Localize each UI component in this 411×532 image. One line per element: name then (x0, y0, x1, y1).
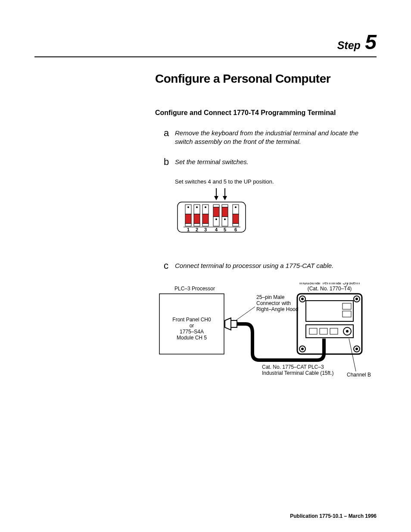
diagram-plc-l2: or (190, 323, 194, 329)
svg-rect-23 (222, 217, 228, 226)
svg-rect-8 (185, 224, 191, 226)
step-b: b Set the terminal switches. (164, 157, 377, 167)
svg-point-6 (187, 206, 189, 208)
step-c: c Connect terminal to processor using a … (164, 261, 377, 271)
diagram-its-l1: Industrial Terminal System (299, 283, 360, 286)
dip-switch-figure: 1 2 3 (175, 188, 377, 246)
dip-label-2: 2 (196, 227, 198, 232)
svg-rect-15 (202, 214, 209, 224)
diagram-cable-l1: Cat. No. 1775–CAT PLC–3 (262, 364, 324, 370)
step-letter-a: a (164, 128, 175, 138)
svg-point-24 (224, 218, 226, 220)
step-number: 5 (365, 31, 377, 53)
page: Step 5 Configure a Personal Computer Con… (0, 0, 411, 532)
svg-rect-44 (309, 328, 317, 334)
cable-diagram: PLC–3 Processor Front Panel CH0 or 1775–… (151, 283, 377, 396)
svg-rect-28 (233, 224, 239, 226)
section-heading: Configure and Connect 1770-T4 Programmin… (155, 109, 377, 117)
svg-point-39 (355, 348, 358, 350)
footer-publication: Publication 1775-10.1 – March 1996 (290, 513, 377, 519)
svg-rect-7 (185, 214, 191, 224)
svg-rect-17 (213, 205, 219, 207)
diagram-plc-l1: Front Panel CH0 (172, 317, 211, 323)
dip-label-5: 5 (224, 227, 226, 232)
step-word: Step (337, 39, 361, 51)
step-a: a Remove the keyboard from the industria… (164, 128, 377, 146)
svg-rect-22 (222, 207, 228, 217)
step-text-c: Connect terminal to processor using a 17… (175, 261, 333, 270)
svg-rect-45 (320, 328, 327, 334)
step-header: Step 5 (34, 30, 377, 57)
svg-marker-1 (214, 196, 218, 200)
svg-rect-41 (342, 303, 351, 309)
svg-rect-25 (233, 205, 239, 214)
svg-rect-11 (194, 214, 200, 224)
diagram-channel-b: Channel B (347, 372, 371, 378)
dip-label-1: 1 (187, 227, 190, 232)
dip-note: Set switches 4 and 5 to the UP position. (175, 178, 377, 185)
main-content: Configure a Personal Computer Configure … (155, 72, 377, 396)
svg-rect-19 (213, 217, 219, 226)
svg-point-33 (301, 298, 304, 300)
page-title: Configure a Personal Computer (155, 72, 377, 86)
svg-point-35 (355, 298, 358, 300)
step-letter-c: c (164, 261, 175, 271)
svg-point-26 (235, 206, 237, 208)
svg-point-48 (346, 330, 349, 333)
diagram-plc-l3: 1775–S4A (180, 329, 204, 335)
svg-rect-9 (194, 205, 200, 214)
diagram-plc-header: PLC–3 Processor (174, 286, 215, 292)
step-text-b: Set the terminal switches. (175, 157, 249, 166)
step-letter-b: b (164, 157, 175, 167)
svg-point-20 (215, 218, 217, 220)
svg-rect-12 (194, 224, 200, 226)
svg-point-10 (196, 206, 198, 208)
svg-rect-46 (330, 328, 338, 334)
dip-label-4: 4 (215, 227, 218, 232)
svg-point-14 (205, 206, 206, 208)
svg-rect-16 (202, 224, 209, 226)
diagram-conn-l2: Connector with (256, 300, 291, 306)
svg-rect-13 (202, 205, 209, 214)
dip-label-6: 6 (234, 227, 237, 232)
step-text-a: Remove the keyboard from the industrial … (175, 128, 377, 146)
diagram-plc-l4: Module CH 5 (177, 335, 207, 341)
svg-point-37 (301, 348, 304, 350)
svg-rect-18 (213, 207, 219, 217)
diagram-conn-l3: Right–Angle Hood (256, 306, 298, 312)
diagram-conn-l1: 25–pin Male (256, 294, 285, 300)
svg-rect-42 (342, 311, 351, 317)
diagram-cable-l2: Industrial Terminal Cable (15ft.) (262, 370, 334, 376)
svg-rect-5 (185, 205, 191, 214)
svg-marker-3 (223, 196, 227, 200)
diagram-its-l2: (Cat. No. 1770–T4) (308, 286, 352, 292)
svg-rect-27 (233, 214, 239, 224)
dip-label-3: 3 (204, 227, 207, 232)
svg-rect-21 (222, 205, 228, 207)
svg-rect-52 (231, 320, 237, 327)
svg-marker-51 (225, 318, 231, 330)
